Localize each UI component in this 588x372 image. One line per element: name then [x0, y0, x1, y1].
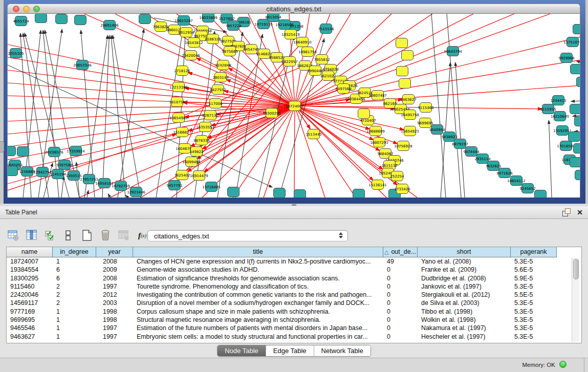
table-cell[interactable]: 9115460 [7, 282, 53, 291]
table-cell[interactable]: 2008 [96, 257, 133, 266]
graph-node[interactable] [570, 104, 581, 114]
table-cell[interactable]: 9699695 [7, 316, 53, 324]
table-cell[interactable]: Dudbridge et al. (2008) [418, 274, 511, 282]
tab-network-table[interactable]: Network Table [314, 345, 371, 356]
graph-node[interactable] [274, 188, 286, 198]
control-panel-grip[interactable] [0, 141, 4, 152]
table-cell[interactable]: 0 [383, 266, 418, 274]
table-cell[interactable]: 22420046 [7, 291, 53, 299]
table-row[interactable]: 1456911722003Disruption of a novel membe… [7, 299, 581, 307]
graph-edge[interactable] [111, 35, 125, 198]
column-header-out_de[interactable]: △ out_de... [383, 247, 418, 257]
table-cell[interactable]: 0 [383, 291, 418, 299]
table-cell[interactable]: Disruption of a novel member of a sodium… [133, 299, 383, 307]
column-header-in_degree[interactable]: in_degree [53, 247, 96, 257]
table-row[interactable]: 946362711997Embryonic stem cells: a mode… [7, 333, 581, 341]
graph-node[interactable] [396, 38, 408, 48]
memory-ok-icon[interactable] [559, 361, 567, 368]
tab-node-table[interactable]: Node Table [217, 345, 266, 356]
table-cell[interactable]: Jankovic et al. (1997) [418, 282, 511, 291]
table-cell[interactable]: 1997 [96, 333, 133, 341]
graph-edge[interactable] [125, 195, 128, 198]
column-header-short[interactable]: short [418, 247, 511, 257]
table-cell[interactable]: 5.3E-5 [511, 308, 557, 316]
table-cell[interactable]: Nakamura et al. (1997) [418, 324, 511, 332]
table-cell[interactable]: Tourette syndrome. Phenomenology and cla… [133, 282, 383, 291]
graph-node[interactable] [358, 109, 370, 119]
graph-node[interactable] [353, 189, 365, 198]
select-checkboxes-icon[interactable] [44, 229, 56, 242]
column-visibility-icon[interactable] [26, 229, 38, 242]
graph-node[interactable] [56, 14, 68, 24]
table-cell[interactable]: 0 [383, 316, 418, 324]
table-cell[interactable]: 5.3E-5 [511, 324, 557, 332]
table-selector-dropdown[interactable]: citations_edges.txt [147, 230, 348, 242]
node-table[interactable]: namein_degreeyeartitle△ out_de...shortpa… [6, 247, 582, 343]
table-cell[interactable]: 5.3E-5 [511, 282, 557, 291]
table-row[interactable]: 1938455462009Genome-wide association stu… [7, 266, 581, 274]
graph-node[interactable] [570, 158, 581, 167]
table-cell[interactable]: 6 [53, 266, 96, 274]
graph-edge[interactable] [8, 83, 295, 106]
table-cell[interactable]: 1997 [96, 282, 133, 291]
float-panel-icon[interactable] [562, 208, 571, 216]
graph-edge[interactable] [576, 61, 580, 62]
table-cell[interactable]: 0 [383, 299, 418, 307]
graph-edge[interactable] [233, 106, 295, 198]
table-cell[interactable]: Investigating the contribution of common… [133, 291, 383, 299]
table-cell[interactable]: 5.6E-5 [511, 266, 557, 274]
graph-node[interactable] [569, 132, 580, 142]
citation-network-graph[interactable]: 4055724206914061065328716033809152760264… [8, 14, 580, 198]
table-cell[interactable]: 18300295 [7, 274, 53, 282]
table-row[interactable]: 977716911998Corpus callosum shape and si… [7, 308, 581, 316]
graph-edge[interactable] [118, 29, 144, 198]
table-vertical-scrollbar[interactable] [572, 258, 579, 342]
table-cell[interactable]: 0 [383, 274, 418, 282]
table-cell[interactable]: Estimation of significance thresholds fo… [133, 274, 383, 282]
table-cell[interactable]: 2 [53, 282, 96, 291]
graph-edge[interactable] [211, 106, 295, 125]
graph-edge[interactable] [455, 62, 465, 198]
delete-table-icon[interactable] [99, 229, 112, 242]
graph-node[interactable] [139, 14, 151, 24]
table-cell[interactable]: 1 [53, 333, 96, 341]
table-cell[interactable]: Yano et al. (2008) [418, 257, 511, 266]
table-cell[interactable]: 0 [383, 308, 418, 316]
table-cell[interactable]: 6 [53, 274, 96, 282]
graph-node[interactable] [228, 187, 239, 197]
table-cell[interactable]: 1 [53, 257, 96, 266]
graph-node[interactable] [573, 25, 581, 34]
column-header-name[interactable]: name [7, 247, 53, 257]
table-cell[interactable]: 18724007 [7, 257, 53, 266]
table-cell[interactable]: 5.3E-5 [511, 333, 557, 341]
table-cell[interactable]: Structural magnetic resonance image aver… [133, 316, 383, 324]
graph-node[interactable] [75, 15, 86, 25]
graph-node[interactable] [402, 51, 413, 60]
graph-edge[interactable] [108, 194, 110, 198]
graph-edge[interactable] [61, 176, 64, 198]
table-cell[interactable]: 9777169 [7, 308, 53, 316]
table-cell[interactable]: 19384554 [7, 266, 53, 274]
tab-edge-table[interactable]: Edge Table [266, 345, 314, 356]
function-builder-icon[interactable]: f(x) [136, 229, 148, 242]
column-header-pagerank[interactable]: pagerank [511, 247, 557, 257]
graph-edge[interactable] [294, 106, 295, 198]
table-cell[interactable]: Genome-wide association studies in ADHD. [133, 266, 383, 274]
graph-node[interactable] [397, 67, 408, 76]
graph-node[interactable] [399, 79, 411, 89]
table-row[interactable]: 911546021997Tourette syndrome. Phenomeno… [7, 282, 581, 291]
column-header-year[interactable]: year [96, 247, 133, 257]
column-header-title[interactable]: title [133, 247, 383, 257]
table-cell[interactable]: Franke et al. (2009) [418, 266, 511, 274]
graph-node[interactable] [571, 64, 581, 74]
table-cell[interactable]: 9463627 [7, 333, 53, 341]
table-cell[interactable]: 2 [53, 299, 96, 307]
table-row[interactable]: 969969511998Structural magnetic resonanc… [7, 316, 581, 324]
table-cell[interactable]: 5.3E-5 [511, 316, 557, 324]
table-cell[interactable]: 1 [53, 308, 96, 316]
graph-node[interactable] [575, 170, 581, 180]
graph-edge[interactable] [549, 120, 552, 198]
table-cell[interactable]: 1 [53, 316, 96, 324]
table-cell[interactable]: 1998 [96, 308, 133, 316]
table-cell[interactable]: Changes of HCN gene expression and I(f) … [133, 257, 383, 266]
